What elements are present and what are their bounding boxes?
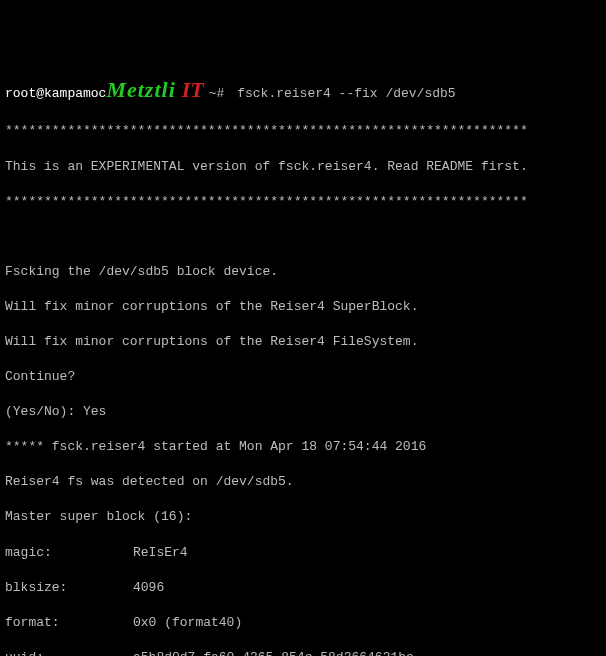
- value-text: ReIsEr4: [133, 544, 188, 562]
- info-continue: Continue?: [5, 368, 601, 386]
- command-text: fsck.reiser4 --fix /dev/sdb5: [237, 85, 455, 103]
- master-magic-row: magic:ReIsEr4: [5, 544, 601, 562]
- info-fscking: Fscking the /dev/sdb5 block device.: [5, 263, 601, 281]
- key-label: format:: [5, 614, 133, 632]
- key-label: blksize:: [5, 579, 133, 597]
- value-text: 4096: [133, 579, 164, 597]
- master-uuid-row: uuid:a5b8d0d7-fa60-4365-854c-58d3664631b…: [5, 649, 601, 656]
- info-filesystem: Will fix minor corruptions of the Reiser…: [5, 333, 601, 351]
- command-prefix: ~#: [209, 85, 232, 103]
- logo: Metztli IT: [106, 75, 203, 105]
- master-blksize-row: blksize:4096: [5, 579, 601, 597]
- master-header: Master super block (16):: [5, 508, 601, 526]
- banner-message: This is an EXPERIMENTAL version of fsck.…: [5, 158, 601, 176]
- banner-stars-top: ****************************************…: [5, 122, 601, 140]
- info-detected: Reiser4 fs was detected on /dev/sdb5.: [5, 473, 601, 491]
- terminal-prompt-line: root@kampamoc Metztli IT ~# fsck.reiser4…: [5, 75, 601, 105]
- info-superblock: Will fix minor corruptions of the Reiser…: [5, 298, 601, 316]
- value-text: a5b8d0d7-fa60-4365-854c-58d3664631be: [133, 649, 414, 656]
- user-host: root@kampamoc: [5, 85, 106, 103]
- logo-metztli: Metztli: [106, 75, 175, 105]
- info-answer: (Yes/No): Yes: [5, 403, 601, 421]
- value-text: 0x0 (format40): [133, 614, 242, 632]
- key-label: magic:: [5, 544, 133, 562]
- blank-line: [5, 228, 601, 246]
- master-format-row: format:0x0 (format40): [5, 614, 601, 632]
- info-started: ***** fsck.reiser4 started at Mon Apr 18…: [5, 438, 601, 456]
- logo-it: IT: [182, 75, 204, 105]
- key-label: uuid:: [5, 649, 133, 656]
- banner-stars-bottom: ****************************************…: [5, 193, 601, 211]
